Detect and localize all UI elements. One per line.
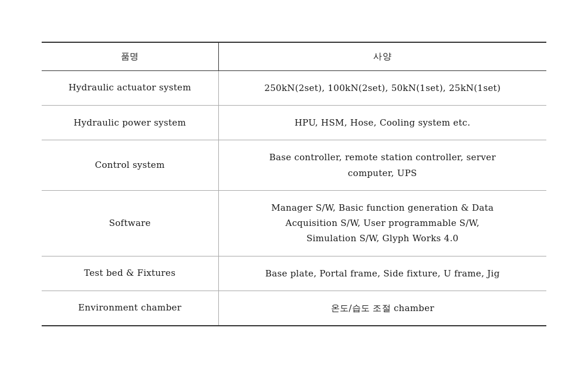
header-col-name: 품명 — [42, 42, 218, 71]
table-row: Environment chamber온도/습도 조절 chamber — [42, 291, 546, 326]
specs-table: 품명 사양 Hydraulic actuator system250kN(2se… — [42, 42, 546, 326]
table-row: Test bed & FixturesBase plate, Portal fr… — [42, 256, 546, 291]
main-table-wrapper: 품명 사양 Hydraulic actuator system250kN(2se… — [42, 42, 546, 326]
table-row: Hydraulic power systemHPU, HSM, Hose, Co… — [42, 106, 546, 140]
cell-spec: Base controller, remote station controll… — [218, 140, 546, 191]
cell-name: Environment chamber — [42, 291, 218, 326]
cell-spec: 250kN(2set), 100kN(2set), 50kN(1set), 25… — [218, 70, 546, 105]
cell-name: Test bed & Fixtures — [42, 256, 218, 291]
cell-name: Software — [42, 190, 218, 256]
table-header-row: 품명 사양 — [42, 42, 546, 71]
cell-spec: Base plate, Portal frame, Side fixture, … — [218, 256, 546, 291]
cell-spec: Manager S/W, Basic function generation &… — [218, 190, 546, 256]
table-row: Hydraulic actuator system250kN(2set), 10… — [42, 70, 546, 105]
cell-name: Control system — [42, 140, 218, 191]
table-row: Control systemBase controller, remote st… — [42, 140, 546, 191]
cell-name: Hydraulic actuator system — [42, 70, 218, 105]
cell-name: Hydraulic power system — [42, 106, 218, 140]
cell-spec: HPU, HSM, Hose, Cooling system etc. — [218, 106, 546, 140]
header-col-spec: 사양 — [218, 42, 546, 71]
table-row: SoftwareManager S/W, Basic function gene… — [42, 190, 546, 256]
cell-spec: 온도/습도 조절 chamber — [218, 291, 546, 326]
